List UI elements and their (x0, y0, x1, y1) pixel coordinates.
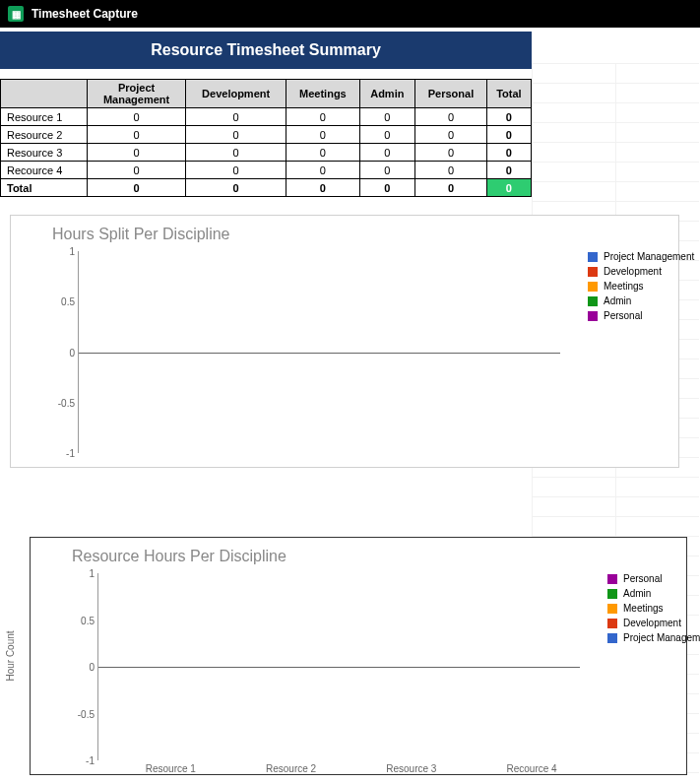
th-adm: Admin (359, 80, 415, 108)
legend-label: Development (623, 618, 681, 628)
cell[interactable]: 0 (185, 162, 286, 179)
timesheet-table[interactable]: ProjectManagement Development Meetings A… (0, 79, 532, 197)
legend-item: Project Management (588, 251, 694, 262)
legend-item: Meetings (607, 603, 700, 614)
doc-title[interactable]: Timesheet Capture (32, 7, 138, 21)
cell[interactable]: 0 (286, 162, 359, 179)
cell[interactable]: 0 (88, 108, 186, 126)
sheets-icon: ▦ (8, 6, 24, 22)
ytick: 1 (49, 246, 75, 257)
y-axis-label: Hour Count (5, 631, 16, 682)
th-total: Total (486, 80, 531, 108)
table-total-row[interactable]: Total 0 0 0 0 0 0 (1, 179, 532, 197)
legend-label: Project Management (623, 632, 700, 643)
ytick: 1 (69, 568, 95, 579)
cell[interactable]: 0 (359, 126, 415, 144)
page-title: Resource Timesheet Summary (0, 32, 532, 69)
ytick: 0.5 (69, 615, 95, 625)
legend-swatch (607, 574, 617, 584)
chart-hours-split[interactable]: Hours Split Per Discipline Hour Count 1 … (10, 215, 679, 468)
topbar: ▦ Timesheet Capture (0, 0, 700, 28)
legend-swatch (588, 252, 598, 262)
plot-area: 1 0.5 0 -0.5 -1 Resource 1 Resource 2 Re… (97, 573, 580, 760)
legend-item: Admin (607, 588, 700, 599)
cell[interactable]: 0 (415, 179, 487, 197)
table-header-row: ProjectManagement Development Meetings A… (1, 80, 532, 108)
cell[interactable]: 0 (286, 108, 359, 126)
cell[interactable]: 0 (415, 162, 487, 179)
cell[interactable]: 0 (359, 179, 415, 197)
xtick: Recource 4 (507, 763, 557, 774)
legend-item: Personal (588, 310, 694, 321)
cell[interactable]: 0 (88, 126, 186, 144)
legend-swatch (607, 604, 617, 614)
cell[interactable]: 0 (185, 108, 286, 126)
legend-swatch (588, 282, 598, 292)
th-pm: ProjectManagement (88, 80, 186, 108)
legend-label: Meetings (604, 281, 644, 292)
cell[interactable]: 0 (185, 144, 286, 162)
cell[interactable]: 0 (286, 126, 359, 144)
legend-label: Meetings (623, 603, 664, 614)
legend-label: Development (604, 266, 662, 277)
table-row[interactable]: Resource 3 0 0 0 0 0 0 (1, 144, 532, 162)
legend-item: Project Management (607, 632, 700, 643)
cell[interactable]: 0 (415, 144, 487, 162)
row-label[interactable]: Resource 2 (1, 126, 88, 144)
cell-total[interactable]: 0 (486, 162, 531, 179)
legend-label: Personal (623, 573, 662, 584)
ytick: -0.5 (69, 708, 95, 719)
xtick: Resource 2 (266, 763, 316, 774)
ytick: -1 (49, 448, 75, 459)
cell-total[interactable]: 0 (486, 108, 531, 126)
ytick: -1 (69, 755, 95, 766)
ytick: 0 (69, 662, 95, 673)
cell-total[interactable]: 0 (486, 126, 531, 144)
cell[interactable]: 0 (88, 162, 186, 179)
cell[interactable]: 0 (286, 144, 359, 162)
th-blank (1, 80, 88, 108)
row-label[interactable]: Resource 1 (1, 108, 88, 126)
table-row[interactable]: Resource 1 0 0 0 0 0 0 (1, 108, 532, 126)
row-label[interactable]: Recource 4 (1, 162, 88, 179)
cell[interactable]: 0 (286, 179, 359, 197)
cell[interactable]: 0 (88, 144, 186, 162)
legend-swatch (588, 296, 598, 306)
th-dev: Development (185, 80, 286, 108)
total-label[interactable]: Total (1, 179, 88, 197)
chart-title: Resource Hours Per Discipline (72, 548, 674, 565)
chart-legend: Personal Admin Meetings Development Proj… (607, 573, 700, 760)
axis-zero-line (98, 667, 580, 668)
legend-swatch (607, 619, 617, 628)
cell-total[interactable]: 0 (486, 144, 531, 162)
th-per: Personal (415, 80, 487, 108)
legend-item: Development (607, 618, 700, 628)
chart-resource-hours[interactable]: Resource Hours Per Discipline Hour Count… (30, 537, 687, 775)
table-row[interactable]: Recource 4 0 0 0 0 0 0 (1, 162, 532, 179)
legend-swatch (588, 311, 598, 321)
row-label[interactable]: Resource 3 (1, 144, 88, 162)
cell[interactable]: 0 (185, 179, 286, 197)
ytick: 0.5 (49, 296, 75, 307)
legend-label: Personal (604, 310, 642, 321)
legend-item: Personal (607, 573, 700, 584)
ytick: 0 (49, 347, 75, 358)
xtick: Resource 1 (146, 763, 196, 774)
cell[interactable]: 0 (185, 126, 286, 144)
cell[interactable]: 0 (359, 108, 415, 126)
legend-item: Admin (588, 295, 694, 306)
grand-total[interactable]: 0 (486, 179, 531, 197)
legend-swatch (588, 267, 598, 277)
legend-label: Project Management (604, 251, 694, 262)
axis-zero-line (79, 353, 560, 354)
table-row[interactable]: Resource 2 0 0 0 0 0 0 (1, 126, 532, 144)
legend-label: Admin (604, 295, 631, 306)
cell[interactable]: 0 (88, 179, 186, 197)
legend-label: Admin (623, 588, 651, 599)
chart-legend: Project Management Development Meetings … (588, 251, 694, 453)
th-mtg: Meetings (286, 80, 359, 108)
cell[interactable]: 0 (359, 162, 415, 179)
cell[interactable]: 0 (415, 126, 487, 144)
cell[interactable]: 0 (415, 108, 487, 126)
cell[interactable]: 0 (359, 144, 415, 162)
